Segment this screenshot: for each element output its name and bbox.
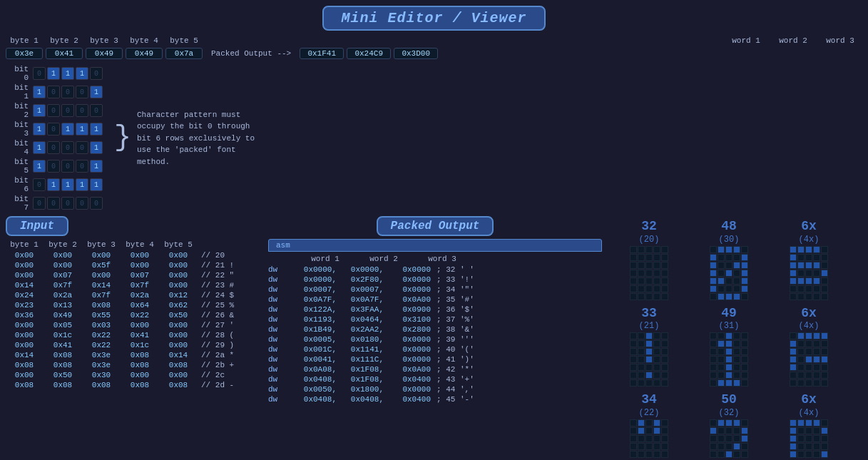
bit-cell-6-1: 1 bbox=[47, 178, 60, 191]
bm-cell-5-3 bbox=[733, 372, 740, 379]
input-comment-7: // 27 ' bbox=[198, 321, 234, 329]
pr-kw-9: dw bbox=[268, 355, 290, 364]
pr-v3-12: 0x0000 bbox=[385, 385, 431, 394]
char-num-0-0: 32 bbox=[641, 219, 657, 235]
bm-cell-5-4 bbox=[821, 285, 828, 292]
pr-v2-5: 0x0464, bbox=[338, 315, 384, 324]
bm-cell-0-0 bbox=[790, 246, 797, 253]
bm-cell-2-0 bbox=[790, 435, 797, 442]
bm-cell-1-3 bbox=[733, 340, 740, 347]
bm-cell-0-1 bbox=[797, 246, 805, 253]
bm-cell-2-0 bbox=[710, 262, 717, 269]
input-cell-13-1: 0x08 bbox=[44, 381, 81, 389]
bm-cell-0-2 bbox=[805, 419, 812, 426]
char-bitmap-1-2 bbox=[710, 419, 748, 459]
bit-cell-1-1: 0 bbox=[47, 86, 60, 98]
pr-kw-3: dw bbox=[268, 295, 290, 304]
bm-cell-0-4 bbox=[661, 332, 668, 339]
pr-v2-2: 0x0007, bbox=[338, 285, 384, 294]
input-cell-2-3: 0x07 bbox=[121, 271, 158, 280]
input-comment-9: // 29 ) bbox=[198, 341, 234, 349]
input-cell-3-4: 0x00 bbox=[160, 281, 197, 290]
input-cell-8-0: 0x00 bbox=[6, 331, 43, 339]
bm-cell-0-4 bbox=[821, 246, 828, 253]
bit-cell-3-2: 1 bbox=[61, 123, 74, 136]
input-cell-12-3: 0x00 bbox=[121, 371, 158, 379]
bm-cell-2-0 bbox=[790, 348, 797, 355]
bm-cell-4-1 bbox=[638, 277, 645, 285]
bm-cell-4-4 bbox=[661, 451, 668, 458]
input-cell-4-3: 0x2a bbox=[121, 291, 158, 300]
bm-cell-0-4 bbox=[821, 332, 828, 339]
pr-v1-13: 0x0408, bbox=[291, 395, 337, 404]
char-bitmap-2-2 bbox=[790, 419, 828, 459]
bm-cell-3-1 bbox=[638, 356, 645, 363]
bit-cell-0-1: 1 bbox=[47, 67, 60, 80]
bit-cell-4-4: 1 bbox=[90, 141, 103, 154]
input-row-3: 0x140x7f0x140x7f0x00// 23 # bbox=[6, 280, 262, 290]
byte-val-4: 0x49 bbox=[126, 48, 163, 59]
bit-row-5: bit 510001 bbox=[6, 158, 103, 175]
bm-cell-1-3 bbox=[653, 427, 660, 434]
bit-cell-6-3: 1 bbox=[76, 178, 88, 191]
input-cell-8-3: 0x41 bbox=[121, 331, 158, 339]
bm-cell-4-3 bbox=[653, 451, 660, 458]
bm-cell-3-0 bbox=[710, 443, 717, 450]
th-byte2: byte 2 bbox=[44, 240, 81, 249]
pr-v1-0: 0x0000, bbox=[291, 265, 337, 274]
pr-v1-3: 0x0A7F, bbox=[291, 295, 337, 304]
bit-cell-6-4: 1 bbox=[90, 178, 103, 191]
bm-cell-3-0 bbox=[630, 356, 637, 363]
byte-val-3: 0x49 bbox=[86, 48, 123, 59]
input-row-9: 0x000x410x220x1c0x00// 29 ) bbox=[6, 340, 262, 350]
bm-cell-0-0 bbox=[710, 332, 717, 339]
pr-kw-6: dw bbox=[268, 325, 290, 334]
asm-tab[interactable]: asm bbox=[268, 239, 602, 252]
bm-cell-2-1 bbox=[718, 348, 725, 355]
bm-cell-4-1 bbox=[718, 364, 725, 371]
pr-comment-9: ; 41 ')' bbox=[436, 355, 474, 364]
bm-cell-5-2 bbox=[805, 372, 812, 379]
input-cell-12-2: 0x30 bbox=[83, 371, 120, 379]
bm-cell-6-1 bbox=[797, 293, 805, 300]
bm-cell-2-1 bbox=[638, 435, 645, 442]
bm-cell-1-3 bbox=[813, 340, 820, 347]
word-val-1: 0x1F41 bbox=[300, 48, 344, 59]
bm-cell-1-4 bbox=[661, 254, 668, 261]
input-comment-12: // 2c bbox=[198, 371, 225, 379]
bm-cell-3-3 bbox=[813, 443, 820, 450]
bm-cell-4-4 bbox=[661, 364, 668, 371]
bm-cell-1-4 bbox=[821, 340, 828, 347]
pr-v3-8: 0x0000 bbox=[385, 345, 431, 354]
bm-cell-3-1 bbox=[718, 443, 725, 450]
pr-kw-5: dw bbox=[268, 315, 290, 324]
bm-cell-1-4 bbox=[741, 427, 748, 434]
ph-word3: word 3 bbox=[414, 255, 471, 263]
bm-cell-4-3 bbox=[733, 364, 740, 371]
bm-cell-3-0 bbox=[790, 443, 797, 450]
char-num-1-0: 48 bbox=[721, 219, 737, 235]
input-cell-3-1: 0x7f bbox=[44, 281, 81, 290]
bm-cell-4-3 bbox=[733, 277, 740, 285]
byte-hdr-1: byte 1 bbox=[6, 36, 43, 45]
bm-cell-3-3 bbox=[733, 356, 740, 363]
bit-cell-5-2: 0 bbox=[61, 160, 74, 173]
input-cell-2-1: 0x07 bbox=[44, 271, 81, 280]
bm-cell-0-3 bbox=[733, 419, 740, 426]
brace-note-text: Character pattern must occupy the bit 0 … bbox=[137, 109, 265, 168]
packed-row-11: dw 0x0408, 0x1F08, 0x0400 ; 43 '+' bbox=[268, 374, 602, 384]
bm-cell-1-1 bbox=[797, 427, 805, 434]
input-cell-1-1: 0x00 bbox=[44, 261, 81, 270]
bm-cell-0-3 bbox=[813, 246, 820, 253]
input-row-4: 0x240x2a0x7f0x2a0x12// 24 $ bbox=[6, 290, 262, 300]
char-col-0: 32(20)33(21)34(22)35(23)36(24)37(25)38(2… bbox=[611, 219, 688, 456]
bit-cell-3-0: 1 bbox=[33, 123, 46, 136]
bm-cell-6-4 bbox=[661, 293, 668, 300]
pr-v1-9: 0x0041, bbox=[291, 355, 337, 364]
input-cell-11-2: 0x3e bbox=[83, 361, 120, 369]
pr-v3-2: 0x0000 bbox=[385, 285, 431, 294]
bm-cell-3-4 bbox=[741, 270, 748, 277]
bm-cell-3-1 bbox=[718, 270, 725, 277]
bm-cell-4-1 bbox=[638, 364, 645, 371]
bm-cell-3-3 bbox=[733, 270, 740, 277]
